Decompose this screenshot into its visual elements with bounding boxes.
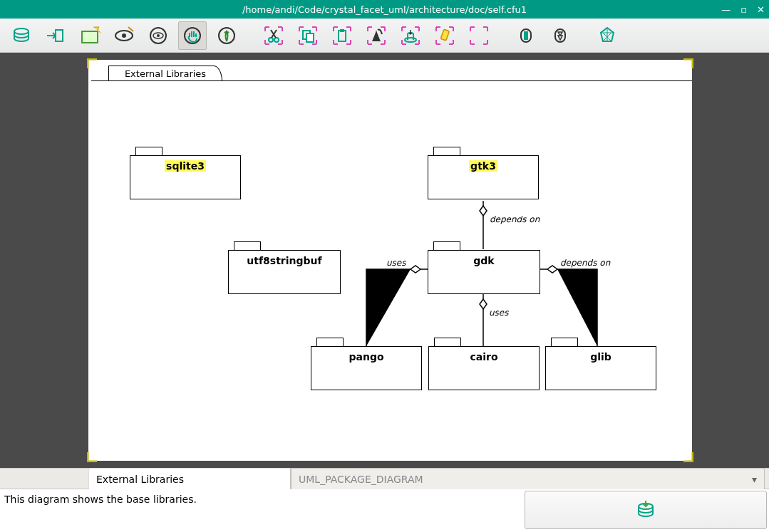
relation-label: uses xyxy=(386,258,406,268)
svg-point-4 xyxy=(122,33,126,38)
package-sqlite3[interactable]: sqlite3 xyxy=(130,147,241,199)
package-cairo[interactable]: cairo xyxy=(428,338,540,390)
diagram-canvas[interactable]: External Libraries depends on uses depen… xyxy=(88,60,692,461)
undo-icon[interactable] xyxy=(512,21,540,50)
svg-rect-2 xyxy=(82,31,98,43)
relation-label: depends on xyxy=(560,258,610,268)
package-label: cairo xyxy=(470,351,497,363)
create-icon[interactable] xyxy=(212,21,241,50)
svg-rect-13 xyxy=(306,33,314,42)
export-icon[interactable] xyxy=(41,21,70,50)
package-pango[interactable]: pango xyxy=(311,338,422,390)
package-glib[interactable]: glib xyxy=(545,338,656,390)
paste-icon[interactable] xyxy=(328,21,356,50)
copy-icon[interactable] xyxy=(294,21,322,50)
about-icon[interactable] xyxy=(593,21,621,50)
svg-point-11 xyxy=(274,38,279,42)
close-button[interactable]: ✕ xyxy=(757,4,765,15)
cut-icon[interactable] xyxy=(259,21,288,50)
relation-label: depends on xyxy=(490,214,540,224)
database-save-icon xyxy=(635,499,656,521)
title-bar: /home/andi/Code/crystal_facet_uml/archit… xyxy=(0,0,769,19)
svg-rect-17 xyxy=(440,29,449,41)
hand-icon[interactable] xyxy=(178,21,207,50)
svg-rect-15 xyxy=(340,29,344,32)
eye-icon[interactable] xyxy=(144,21,172,50)
package-label: glib xyxy=(590,351,611,363)
svg-rect-14 xyxy=(339,31,346,41)
corner-marker xyxy=(87,58,97,68)
new-window-icon[interactable] xyxy=(76,21,104,50)
diagram-frame-title: External Libraries xyxy=(108,66,222,81)
diagram-frame xyxy=(91,80,692,461)
svg-point-7 xyxy=(157,34,160,37)
description-field[interactable]: This diagram shows the base libraries. xyxy=(0,489,525,531)
package-gtk3[interactable]: gtk3 xyxy=(428,147,539,199)
package-utf8stringbuf[interactable]: utf8stringbuf xyxy=(228,241,341,294)
name-field[interactable]: External Libraries xyxy=(88,468,291,489)
reset-icon[interactable] xyxy=(465,21,493,50)
package-label: pango xyxy=(349,351,383,363)
window-title: /home/andi/Code/crystal_facet_uml/archit… xyxy=(242,4,527,15)
svg-point-10 xyxy=(269,38,273,42)
package-label: sqlite3 xyxy=(165,160,206,172)
svg-point-0 xyxy=(14,28,29,34)
database-icon[interactable] xyxy=(7,21,36,50)
canvas-area: External Libraries depends on uses depen… xyxy=(0,53,769,468)
package-label: utf8stringbuf xyxy=(247,255,321,266)
chevron-down-icon: ▾ xyxy=(752,474,757,485)
properties-panel: External Libraries UML_PACKAGE_DIAGRAM ▾… xyxy=(0,468,769,532)
svg-rect-1 xyxy=(56,30,63,41)
maximize-button[interactable]: ▫ xyxy=(740,4,747,15)
relation-label: uses xyxy=(489,308,509,318)
save-button[interactable] xyxy=(525,491,767,529)
svg-point-16 xyxy=(405,38,416,42)
corner-marker xyxy=(683,58,693,68)
package-gdk[interactable]: gdk xyxy=(428,241,540,294)
type-value: UML_PACKAGE_DIAGRAM xyxy=(299,474,423,485)
toolbar xyxy=(0,19,769,53)
highlight-icon[interactable] xyxy=(430,21,459,50)
new-view-icon[interactable] xyxy=(110,21,138,50)
redo-icon[interactable] xyxy=(546,21,574,50)
package-label: gtk3 xyxy=(469,160,497,172)
type-dropdown[interactable]: UML_PACKAGE_DIAGRAM ▾ xyxy=(291,468,765,489)
minimize-button[interactable]: — xyxy=(721,4,731,15)
package-label: gdk xyxy=(473,255,494,266)
instantiate-icon[interactable] xyxy=(396,21,425,50)
delete-icon[interactable] xyxy=(362,21,391,50)
